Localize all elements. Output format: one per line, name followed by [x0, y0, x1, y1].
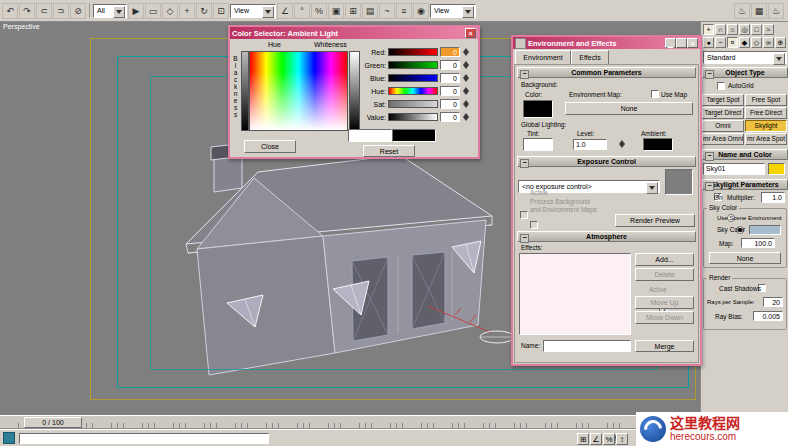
snap-icon-spinner-snap[interactable]: ↕ — [616, 433, 628, 445]
maximize-icon[interactable]: □ — [676, 38, 687, 48]
multiplier-input[interactable]: 1.0 — [761, 192, 785, 203]
collapse-icon[interactable]: − — [520, 234, 529, 243]
snap-icon-angle-snap[interactable]: ∠ — [590, 433, 602, 445]
channel-slider[interactable] — [388, 74, 438, 82]
channel-value-input[interactable]: 0 — [440, 99, 460, 109]
channel-slider[interactable] — [388, 100, 438, 108]
collapse-icon[interactable]: − — [705, 152, 714, 161]
minimize-icon[interactable]: ▁ — [665, 38, 676, 48]
current-color-swatch[interactable] — [348, 129, 392, 142]
light-button-free-direct[interactable]: Free Direct — [745, 107, 787, 119]
toolbar-icon-select-and-link[interactable]: ⊂ — [36, 3, 52, 19]
delete-effect-button[interactable]: Delete — [635, 268, 694, 281]
channel-spinner[interactable] — [462, 99, 469, 109]
toolbar-icon-schematic-view[interactable]: ≡ — [396, 3, 412, 19]
panel-tab-utilities[interactable]: ≈ — [763, 24, 774, 35]
value-slider[interactable] — [349, 51, 360, 131]
selection-filter-dropdown[interactable]: All — [93, 4, 127, 18]
atmosphere-rollout[interactable]: −Atmosphere — [517, 231, 696, 242]
map-none-button[interactable]: None — [709, 252, 781, 264]
channel-slider[interactable] — [388, 48, 438, 56]
category-systems[interactable]: ⊕ — [775, 37, 786, 48]
toolbar-icon-angle-snap[interactable]: ° — [294, 3, 310, 19]
toolbar-icon-curve-editor[interactable]: ~ — [379, 3, 395, 19]
ambient-swatch[interactable] — [643, 138, 673, 151]
toolbar-icon-layer-manager[interactable]: ▤ — [362, 3, 378, 19]
hue-whiteness-field[interactable] — [249, 51, 348, 131]
channel-value-input[interactable]: 0 — [440, 86, 460, 96]
effects-listbox[interactable] — [519, 253, 631, 335]
move-down-button[interactable]: Move Down — [635, 311, 694, 324]
map-amount-input[interactable]: 100.0 — [741, 238, 775, 248]
close-icon[interactable]: × — [465, 28, 476, 38]
light-button-skylight[interactable]: Skylight — [745, 120, 787, 132]
toolbar-icon-select-object[interactable]: ▶ — [128, 3, 144, 19]
panel-tab-create[interactable]: + — [703, 24, 714, 35]
tab-environment[interactable]: Environment — [515, 50, 571, 64]
panel-tab-hierarchy[interactable]: ⌂ — [727, 24, 738, 35]
light-button-omni[interactable]: Omni — [702, 120, 744, 132]
close-button[interactable]: Close — [244, 140, 296, 153]
collapse-icon[interactable]: − — [705, 182, 714, 191]
bg-color-swatch[interactable] — [523, 100, 553, 118]
previous-color-swatch[interactable] — [392, 129, 436, 142]
panel-tab-motion[interactable]: ◎ — [739, 24, 750, 35]
rays-input[interactable]: 20 — [763, 297, 783, 307]
sky-color-swatch[interactable] — [749, 225, 781, 235]
toolbar-icon-select-and-move[interactable]: + — [179, 3, 195, 19]
dialog-titlebar[interactable]: Color Selector: Ambient Light × — [230, 27, 478, 39]
move-up-button[interactable]: Move Up — [635, 296, 694, 309]
toolbar-icon-redo[interactable]: ↷ — [19, 3, 35, 19]
collapse-icon[interactable]: − — [520, 70, 529, 79]
light-button-mr-area-spot[interactable]: mr Area Spot — [745, 133, 787, 145]
channel-spinner[interactable] — [462, 73, 469, 83]
merge-button[interactable]: Merge — [635, 340, 694, 352]
process-bg-checkbox[interactable] — [530, 221, 538, 229]
viewport-label[interactable]: Perspective — [3, 23, 40, 30]
snap-icon-percent-snap[interactable]: % — [603, 433, 615, 445]
ray-bias-input[interactable]: 0.005 — [753, 311, 783, 321]
category-cameras[interactable]: ◆ — [739, 37, 750, 48]
light-button-target-direct[interactable]: Target Direct — [702, 107, 744, 119]
light-button-mr-area-omni[interactable]: mr Area Omni — [702, 133, 744, 145]
toolbar-icon-material-editor[interactable]: ◉ — [413, 3, 429, 19]
object-type-rollout[interactable]: −Object Type — [702, 67, 788, 78]
panel-tab-modify[interactable]: ∩ — [715, 24, 726, 35]
toolbar-icon-undo[interactable]: ↶ — [2, 3, 18, 19]
toolbar-icon-select-and-rotate[interactable]: ↻ — [196, 3, 212, 19]
collapse-icon[interactable]: − — [520, 159, 529, 168]
exposure-rollout[interactable]: −Exposure Control — [517, 156, 696, 167]
selection-lock-icon[interactable] — [3, 432, 15, 444]
toolbar-icon-align[interactable]: ⊞ — [345, 3, 361, 19]
channel-value-input[interactable]: 0 — [440, 112, 460, 122]
toolbar-icon-bind-to-space-warp[interactable]: ⊘ — [70, 3, 86, 19]
channel-spinner[interactable] — [462, 47, 469, 57]
toolbar-icon-mirror[interactable]: ▣ — [328, 3, 344, 19]
category-shapes[interactable]: ~ — [715, 37, 726, 48]
tab-effects[interactable]: Effects — [571, 50, 609, 64]
channel-value-input[interactable]: 0 — [440, 60, 460, 70]
name-color-rollout[interactable]: −Name and Color — [702, 149, 788, 160]
toolbar-icon-unlink-selection[interactable]: ⊃ — [53, 3, 69, 19]
collapse-icon[interactable]: − — [705, 70, 714, 79]
ref-coord-dropdown-2[interactable]: View — [430, 4, 476, 18]
toolbar-icon-percent-snap[interactable]: % — [311, 3, 327, 19]
render-preview-button[interactable]: Render Preview — [615, 214, 695, 227]
common-params-rollout[interactable]: −Common Parameters — [517, 67, 696, 78]
toolbar-icon-select-by-name[interactable]: ▭ — [145, 3, 161, 19]
track-bar[interactable]: 0 / 100 — [0, 415, 700, 429]
light-button-target-spot[interactable]: Target Spot — [702, 94, 744, 106]
skylight-params-rollout[interactable]: −Skylight Parameters — [702, 179, 788, 190]
channel-slider[interactable] — [388, 113, 438, 121]
effect-name-input[interactable] — [543, 340, 631, 352]
snap-icon-grid-snap[interactable]: ⊞ — [577, 433, 589, 445]
channel-spinner[interactable] — [462, 112, 469, 122]
light-button-free-spot[interactable]: Free Spot — [745, 94, 787, 106]
object-color-swatch[interactable] — [768, 163, 785, 175]
object-name-input[interactable]: Sky01 — [703, 163, 765, 175]
dialog-titlebar[interactable]: Environment and Effects ▁ □ × — [513, 37, 700, 49]
channel-slider[interactable] — [388, 61, 438, 69]
channel-slider[interactable] — [388, 87, 438, 95]
tint-swatch[interactable] — [523, 138, 553, 151]
category-geometry[interactable]: ● — [703, 37, 714, 48]
